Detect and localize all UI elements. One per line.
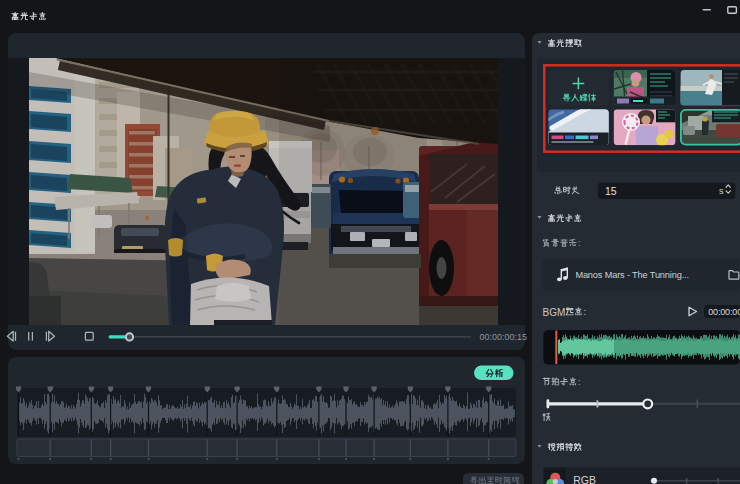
svg-text::: : — [578, 377, 581, 387]
svg-text::: : — [578, 238, 581, 248]
svg-text:s: s — [719, 186, 724, 196]
svg-text:Manos Mars - The Tunning...: Manos Mars - The Tunning... — [575, 270, 689, 280]
svg-text:RGB: RGB — [573, 474, 596, 484]
svg-text:BGM: BGM — [543, 307, 566, 318]
svg-text:00:00:00:15: 00:00:00:15 — [479, 332, 527, 342]
svg-text::: : — [584, 307, 587, 317]
svg-text:15: 15 — [605, 185, 617, 197]
svg-text:00:00:00:: 00:00:00: — [708, 307, 740, 317]
